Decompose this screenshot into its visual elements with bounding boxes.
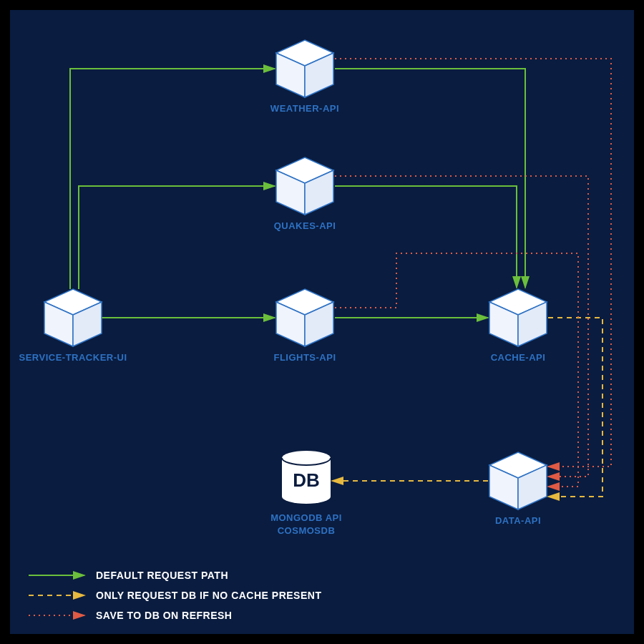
cube-icon: [489, 452, 547, 509]
node-mongodb: DB MONGODB API COSMOSDB: [270, 451, 342, 536]
db-glyph-text: DB: [293, 469, 320, 491]
label-flights-api: FLIGHTS-API: [273, 352, 336, 363]
legend-label-save-refresh: SAVE TO DB ON REFRESH: [96, 610, 232, 621]
legend-label-default: DEFAULT REQUEST PATH: [96, 570, 228, 581]
edge-quakes-data: [335, 176, 588, 477]
edge-weather-cache: [335, 69, 525, 288]
database-icon: DB: [282, 451, 331, 504]
edge-cache-data: [548, 318, 602, 497]
node-service-tracker-ui: SERVICE-TRACKER-UI: [19, 289, 127, 363]
edge-flights-data: [335, 253, 578, 487]
edge-quakes-cache: [335, 186, 517, 288]
edges-save-refresh: [335, 59, 611, 487]
label-quakes-api: QUAKES-API: [274, 220, 336, 231]
edge-ui-weather: [70, 69, 275, 289]
node-quakes-api: QUAKES-API: [274, 157, 336, 231]
label-data-api: DATA-API: [495, 515, 541, 526]
diagram-canvas: SERVICE-TRACKER-UI WEATHER-API QUAKES-AP…: [10, 10, 634, 634]
cube-icon: [489, 289, 547, 346]
edges-cache-miss: [332, 318, 602, 497]
node-data-api: DATA-API: [489, 452, 547, 526]
cube-icon: [276, 157, 333, 215]
label-mongodb-line2: COSMOSDB: [278, 525, 336, 536]
edge-weather-data: [335, 59, 611, 467]
label-mongodb-line1: MONGODB API: [270, 512, 342, 523]
label-service-tracker-ui: SERVICE-TRACKER-UI: [19, 352, 127, 363]
legend: DEFAULT REQUEST PATH ONLY REQUEST DB IF …: [29, 570, 321, 621]
legend-label-cache-miss: ONLY REQUEST DB IF NO CACHE PRESENT: [96, 590, 321, 601]
cube-icon: [276, 40, 333, 97]
node-flights-api: FLIGHTS-API: [273, 289, 336, 363]
cube-icon: [276, 289, 333, 346]
node-cache-api: CACHE-API: [489, 289, 547, 363]
label-cache-api: CACHE-API: [491, 352, 546, 363]
edge-ui-quakes: [79, 186, 275, 289]
label-weather-api: WEATHER-API: [270, 103, 339, 114]
svg-point-5: [282, 489, 331, 504]
cube-icon: [44, 289, 102, 346]
node-weather-api: WEATHER-API: [270, 40, 339, 114]
